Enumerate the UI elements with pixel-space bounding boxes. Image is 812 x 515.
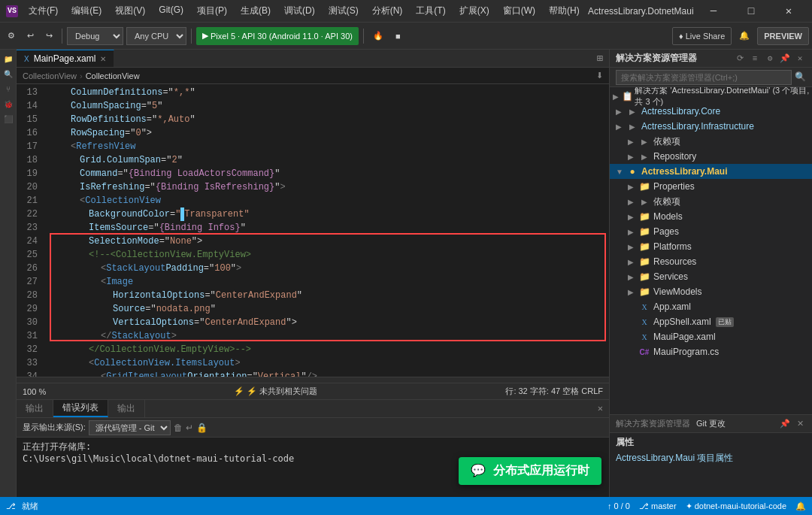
tree-expand-arrow[interactable]: ▶ [628, 228, 637, 236]
run-button[interactable]: ▶ Pixel 5 · API 30 (Android 11.0 · API 3… [196, 27, 359, 45]
code-line[interactable]: <CollectionView [53, 194, 606, 208]
code-line[interactable]: <GridItemsLayout Orientation="Vertical" … [53, 370, 606, 377]
code-line[interactable]: IsRefreshing="{Binding IsRefreshing}"> [53, 180, 606, 194]
menu-item[interactable]: 生成(B) [235, 3, 277, 19]
menu-item[interactable]: 文件(F) [23, 3, 64, 19]
breadcrumb-collapse-btn[interactable]: ⬇ [596, 71, 603, 80]
tree-item[interactable]: ▶📁Resources [610, 254, 812, 269]
menu-item[interactable]: 工具(T) [410, 3, 451, 19]
solution-explorer-tab2[interactable]: 解决方案资源管理器 [616, 418, 690, 429]
bottom-tab-output2[interactable]: 输出 [108, 400, 145, 417]
split-editor-btn[interactable]: ⊞ [597, 52, 603, 65]
code-line[interactable]: ColumnDefinitions="*,*" [53, 86, 606, 99]
tree-item[interactable]: XApp.xaml [610, 299, 812, 314]
tree-expand-arrow[interactable]: ▶ [628, 198, 637, 206]
maximize-button[interactable]: □ [734, 0, 768, 23]
clear-btn[interactable]: 🗑 [174, 420, 183, 435]
git-changes-tab[interactable]: Git 更改 [696, 418, 726, 429]
toolbar-extra-btn[interactable]: 🔔 [735, 26, 754, 46]
code-editor[interactable]: 1314151617181920212223242526272829303132… [17, 84, 609, 377]
activity-debug[interactable]: 🐞 [2, 98, 15, 111]
bottom-tab-active[interactable]: 错误列表 [53, 400, 108, 417]
window-controls[interactable]: ─ □ ✕ [696, 0, 806, 23]
panel-sync-btn[interactable]: ⟳ [734, 53, 746, 65]
code-line[interactable]: ColumnSpacing="5" [53, 99, 606, 113]
code-content[interactable]: ColumnDefinitions="*,*"ColumnSpacing="5"… [50, 84, 609, 377]
menu-item[interactable]: Git(G) [153, 3, 189, 19]
code-line[interactable]: RowDefinitions="*,Auto" [53, 113, 606, 126]
tree-item[interactable]: XMauiPage.xaml [610, 329, 812, 344]
menu-item[interactable]: 测试(S) [323, 3, 365, 19]
tree-expand-arrow[interactable]: ▶ [628, 273, 637, 281]
menu-item[interactable]: 扩展(X) [453, 3, 495, 19]
menu-item[interactable]: 窗口(W) [497, 3, 541, 19]
platform-select[interactable]: Any CPU x64 x86 [126, 27, 186, 45]
preview-button[interactable]: PREVIEW [757, 27, 809, 45]
tree-expand-arrow[interactable]: ▶ [628, 213, 637, 221]
tree-item[interactable]: ▶📁Pages [610, 224, 812, 239]
panel-pin-btn[interactable]: 📌 [779, 53, 791, 65]
menu-item[interactable]: 分析(N) [366, 3, 409, 19]
tree-expand-arrow[interactable]: ▼ [616, 168, 625, 176]
tree-item[interactable]: ▶▶依赖项 [610, 134, 812, 149]
code-line[interactable]: <RefreshView [53, 140, 606, 153]
lock-scroll-btn[interactable]: 🔒 [196, 420, 208, 435]
code-line[interactable]: <Image [53, 275, 606, 289]
tree-expand-arrow[interactable]: ▶ [616, 108, 625, 116]
code-line[interactable]: </CollectionView.EmptyView>--> [53, 343, 606, 356]
code-line[interactable]: Command="{Binding LoadActorsCommand}" [53, 167, 606, 180]
activity-git[interactable]: ⑂ [2, 83, 15, 96]
breadcrumb-item-1[interactable]: CollectionView [23, 71, 77, 80]
tree-expand-arrow[interactable]: ▶ [628, 183, 637, 191]
horizontal-scrollbar[interactable] [17, 377, 609, 383]
code-line[interactable]: <CollectionView.ItemsLayout> [53, 356, 606, 370]
stop-btn[interactable]: ■ [391, 26, 405, 46]
tree-expand-arrow[interactable]: ▶ [628, 138, 637, 146]
code-line[interactable]: Source="nodata.png" [53, 302, 606, 316]
minimize-button[interactable]: ─ [696, 0, 731, 23]
breadcrumb-item-2[interactable]: CollectionView [86, 71, 140, 80]
code-line[interactable]: </StackLayout> [53, 329, 606, 343]
solution-root[interactable]: ▶ 📋 解决方案 'ActressLibrary.DotnetMaui' (3 … [610, 89, 812, 104]
word-wrap-btn[interactable]: ↵ [186, 420, 193, 435]
activity-explorer[interactable]: 📁 [2, 53, 15, 66]
tree-item[interactable]: ▶▶ActressLibrary.Infrastructure [610, 119, 812, 134]
tree-expand-arrow[interactable]: ▶ [628, 258, 637, 266]
editor-tab-mainpage[interactable]: X MainPage.xaml ✕ [17, 50, 114, 67]
right-bottom-pin[interactable]: 📌 [779, 418, 791, 430]
tree-expand-arrow[interactable]: ▶ [628, 153, 637, 161]
tree-item[interactable]: ▶📁Models [610, 209, 812, 224]
tree-item[interactable]: ▶📁Services [610, 269, 812, 284]
menu-bar[interactable]: 文件(F)编辑(E)视图(V)Git(G)项目(P)生成(B)调试(D)测试(S… [23, 3, 586, 19]
panel-close-btn[interactable]: ✕ [592, 403, 609, 414]
menu-item[interactable]: 视图(V) [109, 3, 151, 19]
undo-button[interactable]: ↩ [23, 26, 38, 46]
menu-item[interactable]: 编辑(E) [65, 3, 108, 19]
code-line[interactable]: <StackLayout Padding="100"> [53, 262, 606, 275]
tab-close-button[interactable]: ✕ [100, 55, 106, 63]
code-line[interactable]: HorizontalOptions="CenterAndExpand" [53, 289, 606, 302]
tree-item[interactable]: ▶▶Repository [610, 149, 812, 164]
menu-item[interactable]: 调试(D) [278, 3, 321, 19]
search-icon[interactable]: 🔍 [795, 71, 806, 83]
tree-item[interactable]: ▶📁Properties [610, 179, 812, 194]
hot-reload-btn[interactable]: 🔥 [368, 26, 388, 46]
tree-expand-arrow[interactable]: ▶ [628, 288, 637, 296]
tree-item[interactable]: XAppShell.xaml已贴 [610, 314, 812, 329]
code-line[interactable]: VerticalOptions="CenterAndExpand"> [53, 316, 606, 329]
live-share-button[interactable]: ♦ Live Share [672, 27, 732, 45]
source-select[interactable]: 源代码管理 - Git 生成 调试 [89, 420, 171, 435]
sync-status[interactable]: ↑ 0 / 0 [607, 501, 630, 510]
toolbar-icon-btn[interactable]: ⚙ [3, 26, 20, 46]
code-line[interactable]: RowSpacing="0"> [53, 126, 606, 140]
debug-mode-select[interactable]: Debug Release [67, 27, 123, 45]
menu-item[interactable]: 帮助(H) [543, 3, 586, 19]
panel-close-icon[interactable]: ✕ [794, 53, 806, 65]
close-button[interactable]: ✕ [771, 0, 806, 23]
tree-item[interactable]: ▼●ActressLibrary.Maui [610, 164, 812, 179]
panel-filter-btn[interactable]: ≡ [749, 53, 761, 65]
bottom-tab-output[interactable]: 输出 [17, 400, 53, 417]
code-line[interactable]: ItemsSource="{Binding Infos}" [53, 221, 606, 235]
tree-expand-arrow[interactable]: ▶ [616, 123, 625, 131]
panel-settings-btn[interactable]: ⚙ [764, 53, 776, 65]
